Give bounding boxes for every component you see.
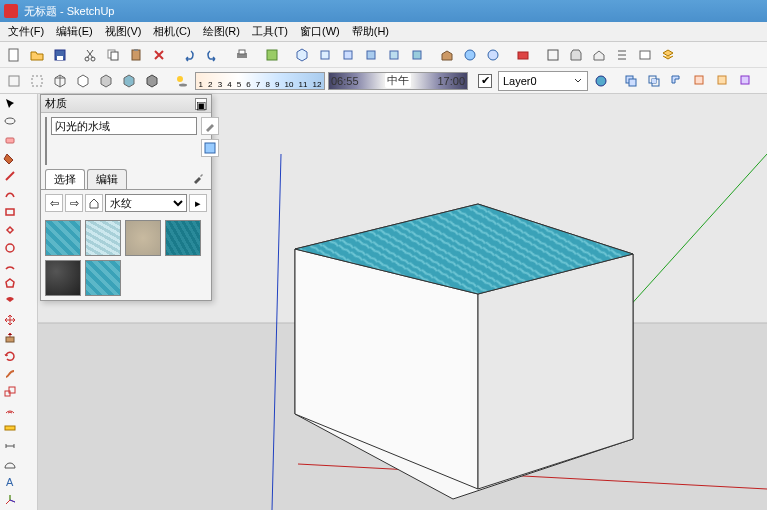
line-tool-icon[interactable] bbox=[2, 168, 18, 184]
nav-home-icon[interactable] bbox=[85, 194, 103, 212]
iso-view-icon[interactable] bbox=[292, 45, 312, 65]
layer-selector[interactable]: Layer0 bbox=[498, 71, 588, 91]
extension-warehouse-icon[interactable] bbox=[513, 45, 533, 65]
paint-bucket-tool-icon[interactable] bbox=[2, 150, 18, 166]
panel-pin-icon[interactable]: ▣ bbox=[195, 98, 207, 110]
circle-tool-icon[interactable] bbox=[2, 240, 18, 256]
top-view-icon[interactable] bbox=[315, 45, 335, 65]
axes-tool-icon[interactable] bbox=[2, 492, 18, 508]
date-slider[interactable]: 123456789101112 bbox=[195, 72, 325, 90]
solid-intersect-icon[interactable] bbox=[644, 71, 664, 91]
scale-tool-icon[interactable] bbox=[2, 384, 18, 400]
eraser-tool-icon[interactable] bbox=[2, 132, 18, 148]
follow-me-tool-icon[interactable] bbox=[2, 366, 18, 382]
warehouse-icon[interactable] bbox=[437, 45, 457, 65]
svg-rect-7 bbox=[132, 50, 140, 60]
monochrome-icon[interactable] bbox=[142, 71, 162, 91]
menu-file[interactable]: 文件(F) bbox=[2, 22, 50, 41]
print-icon[interactable] bbox=[232, 45, 252, 65]
right-view-icon[interactable] bbox=[361, 45, 381, 65]
xray-icon[interactable] bbox=[4, 71, 24, 91]
undo-icon[interactable] bbox=[179, 45, 199, 65]
redo-icon[interactable] bbox=[202, 45, 222, 65]
scenes-icon[interactable] bbox=[635, 45, 655, 65]
move-tool-icon[interactable] bbox=[2, 312, 18, 328]
solid-union-icon[interactable] bbox=[621, 71, 641, 91]
protractor-tool-icon[interactable] bbox=[2, 456, 18, 472]
material-swatch[interactable] bbox=[85, 260, 121, 296]
solid-trim-icon[interactable] bbox=[690, 71, 710, 91]
nav-forward-icon[interactable]: ⇨ bbox=[65, 194, 83, 212]
material-swatch[interactable] bbox=[165, 220, 201, 256]
copy-icon[interactable] bbox=[103, 45, 123, 65]
svg-rect-14 bbox=[367, 51, 375, 59]
material-swatch[interactable] bbox=[125, 220, 161, 256]
shadow-toggle-icon[interactable] bbox=[172, 71, 192, 91]
material-name-input[interactable] bbox=[51, 117, 197, 135]
polygon-tool-icon[interactable] bbox=[2, 276, 18, 292]
layers-icon[interactable] bbox=[658, 45, 678, 65]
nav-details-icon[interactable]: ▸ bbox=[189, 194, 207, 212]
layer-manager-icon[interactable] bbox=[591, 71, 611, 91]
back-view-icon[interactable] bbox=[384, 45, 404, 65]
new-file-icon[interactable] bbox=[4, 45, 24, 65]
menu-help[interactable]: 帮助(H) bbox=[346, 22, 395, 41]
tape-measure-tool-icon[interactable] bbox=[2, 420, 18, 436]
make-group-icon[interactable] bbox=[566, 45, 586, 65]
shaded-textures-icon[interactable] bbox=[119, 71, 139, 91]
open-file-icon[interactable] bbox=[27, 45, 47, 65]
menu-window[interactable]: 窗口(W) bbox=[294, 22, 346, 41]
outliner-icon[interactable] bbox=[612, 45, 632, 65]
menu-draw[interactable]: 绘图(R) bbox=[197, 22, 246, 41]
make-component-icon[interactable] bbox=[543, 45, 563, 65]
select-tool-icon[interactable] bbox=[2, 96, 18, 112]
building-icon[interactable] bbox=[589, 45, 609, 65]
delete-icon[interactable] bbox=[149, 45, 169, 65]
push-pull-tool-icon[interactable] bbox=[2, 330, 18, 346]
back-edges-icon[interactable] bbox=[27, 71, 47, 91]
share-model-icon[interactable] bbox=[460, 45, 480, 65]
material-category-select[interactable]: 水纹 bbox=[105, 194, 187, 212]
materials-tab-edit[interactable]: 编辑 bbox=[87, 169, 127, 189]
model-info-icon[interactable] bbox=[262, 45, 282, 65]
hidden-line-icon[interactable] bbox=[73, 71, 93, 91]
offset-tool-icon[interactable] bbox=[2, 402, 18, 418]
shaded-icon[interactable] bbox=[96, 71, 116, 91]
solid-split-icon[interactable] bbox=[713, 71, 733, 91]
share-component-icon[interactable] bbox=[483, 45, 503, 65]
menu-edit[interactable]: 编辑(E) bbox=[50, 22, 99, 41]
materials-tab-select[interactable]: 选择 bbox=[45, 169, 85, 189]
material-swatch[interactable] bbox=[45, 220, 81, 256]
freehand-tool-icon[interactable] bbox=[2, 186, 18, 202]
dimension-tool-icon[interactable] bbox=[2, 438, 18, 454]
front-view-icon[interactable] bbox=[338, 45, 358, 65]
chevron-down-icon bbox=[573, 76, 583, 86]
material-swatch[interactable] bbox=[85, 220, 121, 256]
cut-icon[interactable] bbox=[80, 45, 100, 65]
tab-eyedropper-icon[interactable] bbox=[189, 169, 207, 189]
rotated-rect-tool-icon[interactable] bbox=[2, 222, 18, 238]
menu-view[interactable]: 视图(V) bbox=[99, 22, 148, 41]
material-swatch[interactable] bbox=[45, 260, 81, 296]
window-titlebar: 无标题 - SketchUp bbox=[0, 0, 767, 22]
left-view-icon[interactable] bbox=[407, 45, 427, 65]
paste-icon[interactable] bbox=[126, 45, 146, 65]
arc-tool-icon[interactable] bbox=[2, 258, 18, 274]
layer-visibility-checkbox[interactable]: ✔ bbox=[478, 74, 492, 88]
solid-subtract-icon[interactable] bbox=[667, 71, 687, 91]
save-icon[interactable] bbox=[50, 45, 70, 65]
menu-camera[interactable]: 相机(C) bbox=[147, 22, 196, 41]
rotate-tool-icon[interactable] bbox=[2, 348, 18, 364]
solid-outer-shell-icon[interactable] bbox=[736, 71, 756, 91]
time-slider[interactable]: 06:55 中午 17:00 bbox=[328, 72, 468, 90]
nav-back-icon[interactable]: ⇦ bbox=[45, 194, 63, 212]
create-material-icon[interactable] bbox=[201, 139, 219, 157]
pie-tool-icon[interactable] bbox=[2, 294, 18, 310]
lasso-tool-icon[interactable] bbox=[2, 114, 18, 130]
svg-rect-15 bbox=[390, 51, 398, 59]
rectangle-tool-icon[interactable] bbox=[2, 204, 18, 220]
eyedropper-icon[interactable] bbox=[201, 117, 219, 135]
text-tool-icon[interactable]: A bbox=[2, 474, 18, 490]
menu-tools[interactable]: 工具(T) bbox=[246, 22, 294, 41]
wireframe-icon[interactable] bbox=[50, 71, 70, 91]
